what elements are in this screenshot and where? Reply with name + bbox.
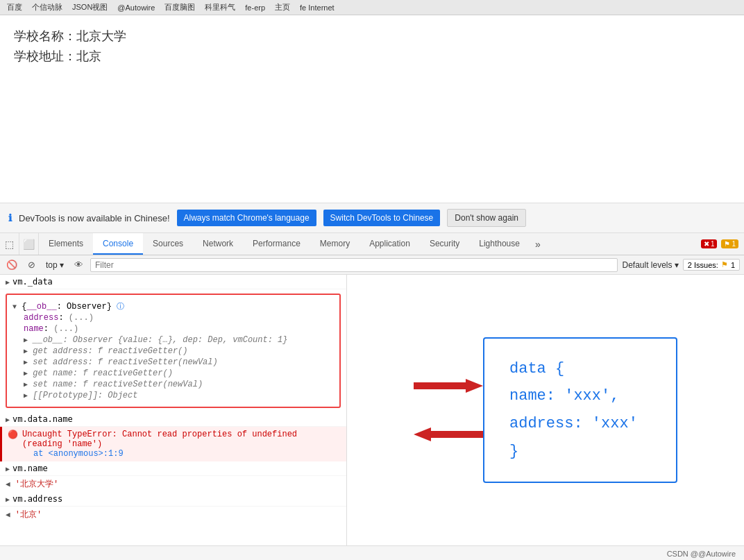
bookmark-baidu[interactable]: 百度	[4, 1, 25, 14]
obj-line-address: address: (...)	[12, 312, 334, 323]
data-line3: address: 'xxx'	[509, 410, 651, 438]
error-message: Uncaught TypeError: Cannot read properti…	[22, 430, 341, 449]
tab-lighthouse[interactable]: Lighthouse	[469, 233, 530, 255]
get-name-text: get name: f reactiveGetter()	[33, 368, 173, 378]
entry-text-3: vm.name	[12, 464, 48, 473]
tab-memory[interactable]: Memory	[310, 233, 360, 255]
obj-type: {__ob__: Observer}	[22, 302, 117, 312]
obj-line-get-name: ▶ get name: f reactiveGetter()	[12, 368, 334, 379]
val-address: (...)	[69, 313, 94, 323]
expand-icon[interactable]: ▼	[12, 303, 17, 311]
data-line4: }	[509, 438, 651, 466]
tab-performance[interactable]: Performance	[243, 233, 310, 255]
key-address: address	[24, 313, 58, 323]
obj-line-get-address: ▶ get address: f reactiveGetter()	[12, 346, 334, 357]
bookmark-4[interactable]: @Autowire	[115, 2, 158, 13]
inspect-icon[interactable]: ⬚	[0, 233, 19, 255]
chevron-right-2-icon: ▶	[6, 416, 10, 424]
data-line2: name: 'xxx',	[509, 382, 651, 410]
set-name-icon[interactable]: ▶	[24, 381, 28, 389]
entry-text-4: vm.address	[12, 494, 62, 504]
set-addr-text: set address: f reactiveSetter(newVal)	[33, 357, 217, 367]
bottom-bar: CSDN @@Autowire	[0, 545, 744, 560]
error-icon: ✖	[704, 240, 709, 248]
bookmark-9[interactable]: fe Internet	[297, 2, 337, 13]
tab-console[interactable]: Console	[93, 233, 143, 255]
ob-text: __ob__: Observer {value: {…}, dep: Dep, …	[33, 335, 287, 345]
browser-bar: 百度 个信动脉 JSON视图 @Autowire 百度脑图 科里科气 fe-er…	[0, 0, 744, 15]
tab-security[interactable]: Security	[420, 233, 469, 255]
devtools-tabs: ⬚ ⬜ Elements Console Sources Network Per…	[0, 233, 744, 255]
console-entry-vm-name[interactable]: ▶ vm.name	[0, 461, 346, 476]
device-icon[interactable]: ⬜	[19, 233, 39, 255]
console-filter-input[interactable]	[90, 258, 618, 272]
default-levels-selector[interactable]: Default levels ▾	[622, 260, 678, 270]
error-count: 1	[711, 240, 715, 248]
obj-line-name: name: (...)	[12, 323, 334, 334]
console-entry-vm-data[interactable]: ▶ vm._data	[0, 275, 346, 289]
console-entry-vm-address[interactable]: ▶ vm.address	[0, 492, 346, 507]
console-toolbar: 🚫 ⊘ top ▾ 👁 Default levels ▾ 2 Issues: ⚑…	[0, 255, 744, 275]
obj-line-set-address: ▶ set address: f reactiveSetter(newVal)	[12, 357, 334, 368]
bookmark-2[interactable]: 个信动脉	[29, 1, 65, 14]
data-diagram-box: data { name: 'xxx', address: 'xxx' }	[483, 337, 677, 483]
left-arrow-2-icon: ◀	[6, 511, 10, 519]
tabs-right: ✖ 1 ⚑ 1	[701, 233, 744, 255]
data-line1: data {	[509, 355, 651, 383]
set-addr-icon[interactable]: ▶	[24, 359, 28, 366]
proto-text: [[Prototype]]: Object	[33, 391, 137, 400]
filter-icon-button[interactable]: ⊘	[24, 257, 39, 273]
bookmark-8[interactable]: 主页	[272, 1, 293, 14]
warning-badge: ⚑ 1	[721, 239, 738, 248]
bookmark-7[interactable]: fe-erp	[242, 2, 268, 13]
tab-application[interactable]: Application	[360, 233, 420, 255]
tab-sources[interactable]: Sources	[143, 233, 193, 255]
console-diagram: data { name: 'xxx', address: 'xxx' }	[347, 275, 744, 545]
info-icon: ℹ	[8, 212, 12, 223]
page-content: 学校名称：北京大学 学校地址：北京	[0, 15, 744, 203]
arrow-right	[414, 375, 483, 396]
ob-expand-icon[interactable]: ▶	[24, 337, 28, 344]
context-selector[interactable]: top ▾	[43, 259, 67, 271]
key-name: name	[24, 324, 44, 334]
obj-line-observer: ▼ {__ob__: Observer} ⓘ	[12, 300, 334, 312]
switch-chinese-button[interactable]: Switch DevTools to Chinese	[323, 210, 441, 226]
error-entry[interactable]: 🔴 Uncaught TypeError: Cannot read proper…	[0, 427, 346, 461]
bookmark-3[interactable]: JSON视图	[69, 1, 110, 14]
console-entry-vm-data-name[interactable]: ▶ vm.data.name	[0, 412, 346, 427]
issues-label: 2 Issues:	[688, 261, 718, 269]
dont-show-button[interactable]: Don't show again	[447, 209, 526, 227]
error-circle-icon: 🔴	[8, 430, 18, 440]
get-addr-text: get address: f reactiveGetter()	[33, 346, 187, 356]
clear-console-button[interactable]: 🚫	[4, 257, 19, 273]
notification-message: DevTools is now available in Chinese!	[19, 213, 170, 223]
svg-marker-1	[414, 427, 483, 441]
chevron-right-4-icon: ▶	[6, 495, 10, 504]
object-box[interactable]: ▼ {__ob__: Observer} ⓘ address: (...) na…	[6, 294, 341, 408]
issues-badge: 2 Issues: ⚑ 1	[683, 259, 740, 271]
eye-button[interactable]: 👁	[71, 257, 86, 273]
bookmark-5[interactable]: 百度脑图	[162, 1, 198, 14]
console-panel[interactable]: ▶ vm._data ▼ {__ob__: Observer} ⓘ addres…	[0, 275, 347, 545]
result-vm-name: ◀ '北京大学'	[0, 476, 346, 492]
tabs-overflow[interactable]: »	[530, 233, 546, 255]
warning-icon: ⚑	[724, 240, 730, 248]
get-name-icon[interactable]: ▶	[24, 370, 28, 377]
school-address: 学校地址：北京	[14, 46, 730, 67]
tab-elements[interactable]: Elements	[39, 233, 93, 255]
warning-count: 1	[732, 240, 736, 248]
devtools-notification: ℹ DevTools is now available in Chinese! …	[0, 203, 744, 233]
get-addr-icon[interactable]: ▶	[24, 348, 28, 355]
error-location: at <anonymous>:1:9	[22, 449, 341, 459]
chevron-right-icon: ▶	[6, 278, 10, 287]
svg-marker-0	[414, 379, 483, 393]
console-main: ▶ vm._data ▼ {__ob__: Observer} ⓘ addres…	[0, 275, 744, 545]
proto-icon[interactable]: ▶	[24, 392, 28, 400]
match-language-button[interactable]: Always match Chrome's language	[177, 210, 316, 226]
school-name: 学校名称：北京大学	[14, 26, 730, 46]
tab-network[interactable]: Network	[193, 233, 243, 255]
bookmark-6[interactable]: 科里科气	[202, 1, 238, 14]
left-arrow-icon: ◀	[6, 480, 10, 489]
result-address-value: '北京'	[15, 510, 42, 520]
watermark: CSDN @@Autowire	[667, 550, 736, 558]
